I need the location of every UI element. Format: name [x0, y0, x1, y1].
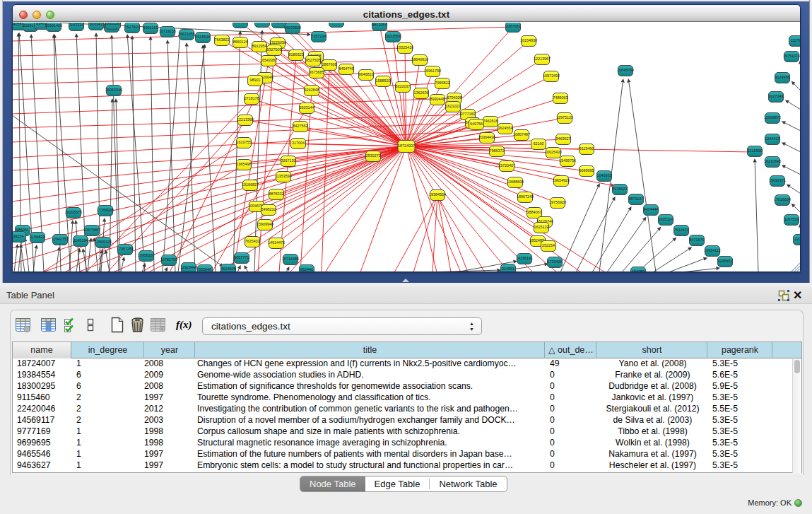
svg-text:15716485: 15716485	[282, 257, 299, 261]
svg-text:1145194: 1145194	[73, 238, 88, 243]
svg-text:12923446: 12923446	[180, 265, 197, 269]
svg-text:98901: 98901	[250, 78, 261, 82]
svg-text:649756: 649756	[470, 122, 483, 126]
svg-text:7986372: 7986372	[490, 148, 505, 153]
svg-text:7625402: 7625402	[245, 239, 260, 243]
svg-text:39154: 39154	[13, 234, 24, 238]
svg-text:16210643: 16210643	[764, 159, 781, 163]
svg-text:14914473: 14914473	[268, 240, 285, 245]
svg-text:9129966: 9129966	[775, 75, 790, 79]
svg-text:14136141: 14136141	[516, 256, 533, 260]
svg-text:18907249: 18907249	[517, 194, 534, 199]
svg-text:62160: 62160	[534, 141, 544, 146]
svg-text:7357224: 7357224	[312, 34, 326, 38]
svg-text:8186323: 8186323	[289, 52, 304, 57]
svg-text:9624505: 9624505	[221, 267, 236, 271]
svg-text:15909948: 15909948	[257, 222, 273, 226]
svg-text:26053346: 26053346	[105, 88, 122, 92]
svg-text:952440: 952440	[300, 267, 313, 271]
svg-text:19654923: 19654923	[553, 178, 570, 182]
svg-text:9327505: 9327505	[267, 47, 282, 52]
svg-text:7462616: 7462616	[483, 119, 498, 123]
svg-text:910343: 910343	[90, 23, 102, 26]
svg-text:1244413: 1244413	[765, 136, 780, 141]
svg-text:8471676: 8471676	[690, 238, 705, 242]
svg-text:194250: 194250	[632, 269, 645, 272]
svg-text:1527602: 1527602	[125, 25, 140, 29]
svg-text:1167533: 1167533	[784, 217, 799, 221]
svg-text:19218506: 19218506	[384, 34, 401, 38]
svg-text:3267130: 3267130	[281, 158, 296, 163]
svg-text:12505135: 12505135	[95, 240, 112, 244]
svg-text:955046: 955046	[199, 267, 211, 271]
svg-text:1615132: 1615132	[534, 225, 549, 229]
svg-text:9646821: 9646821	[359, 72, 374, 76]
svg-text:10807487: 10807487	[513, 132, 530, 136]
svg-text:15495756: 15495756	[559, 158, 576, 163]
svg-text:8813054: 8813054	[372, 23, 387, 27]
svg-text:8427552: 8427552	[293, 124, 308, 128]
svg-text:1621022: 1621022	[446, 104, 461, 108]
svg-text:19384554: 19384554	[429, 192, 446, 197]
svg-text:10688609: 10688609	[507, 180, 524, 184]
svg-text:16782759: 16782759	[160, 257, 177, 262]
svg-text:20206575: 20206575	[65, 210, 82, 214]
svg-text:17359938: 17359938	[97, 208, 114, 212]
svg-text:3884067: 3884067	[527, 210, 542, 214]
svg-text:12213967: 12213967	[534, 57, 551, 61]
svg-text:6879197: 6879197	[629, 197, 644, 201]
svg-text:1156829: 1156829	[30, 235, 45, 239]
svg-text:8660124: 8660124	[233, 40, 248, 44]
svg-text:10958187: 10958187	[138, 253, 155, 257]
svg-text:10975887: 10975887	[83, 228, 100, 232]
svg-text:9245652: 9245652	[718, 259, 733, 263]
svg-text:2530275: 2530275	[366, 153, 381, 158]
svg-text:7632621: 7632621	[674, 228, 689, 232]
svg-text:16961758: 16961758	[424, 69, 441, 73]
svg-text:10648784: 10648784	[617, 68, 634, 72]
svg-text:7955822: 7955822	[435, 81, 450, 85]
svg-text:18724007: 18724007	[398, 144, 415, 148]
svg-text:10973493: 10973493	[543, 74, 560, 78]
svg-text:100353: 100353	[234, 23, 247, 24]
svg-text:19166827: 19166827	[242, 182, 259, 187]
svg-text:12213369: 12213369	[237, 117, 254, 122]
svg-text:120435: 120435	[794, 237, 801, 241]
svg-text:317004: 317004	[292, 141, 305, 145]
svg-text:1733426: 1733426	[548, 259, 563, 264]
svg-text:18640910: 18640910	[411, 57, 428, 62]
svg-text:10025433: 10025433	[545, 150, 562, 154]
svg-text:5498222: 5498222	[261, 207, 276, 211]
svg-text:20364436: 20364436	[478, 135, 495, 139]
svg-text:15720407: 15720407	[498, 163, 515, 168]
svg-text:1965498: 1965498	[237, 162, 252, 166]
svg-text:10653267: 10653267	[105, 23, 122, 25]
svg-text:153224: 153224	[330, 23, 343, 23]
svg-text:15692971: 15692971	[769, 178, 786, 182]
svg-text:12975125: 12975125	[556, 115, 573, 119]
svg-text:1610755: 1610755	[237, 140, 252, 144]
svg-text:9115460: 9115460	[579, 146, 594, 151]
svg-text:8878332: 8878332	[269, 192, 284, 196]
svg-text:252254: 252254	[542, 243, 555, 247]
svg-text:201074: 201074	[256, 23, 269, 23]
svg-text:9463627: 9463627	[556, 136, 571, 141]
svg-text:3624554: 3624554	[498, 126, 513, 130]
svg-text:8454749: 8454749	[339, 66, 354, 71]
svg-text:2867608: 2867608	[322, 62, 337, 66]
svg-text:16154838: 16154838	[520, 38, 537, 42]
svg-text:19756928: 19756928	[549, 200, 566, 204]
svg-text:9777169: 9777169	[461, 112, 476, 116]
svg-text:16671355: 16671355	[178, 32, 195, 36]
svg-text:6794028: 6794028	[447, 95, 462, 100]
svg-text:15751074: 15751074	[783, 54, 800, 58]
svg-text:9657771: 9657771	[235, 255, 249, 259]
svg-text:111763: 111763	[790, 38, 801, 42]
svg-text:2087682: 2087682	[506, 24, 521, 28]
svg-text:3675685: 3675685	[310, 70, 324, 74]
svg-text:8990448: 8990448	[430, 97, 445, 101]
svg-text:7515526: 7515526	[196, 35, 211, 39]
svg-text:1163324: 1163324	[69, 23, 84, 27]
svg-text:924551: 924551	[502, 267, 514, 271]
svg-text:9474444: 9474444	[644, 207, 659, 211]
